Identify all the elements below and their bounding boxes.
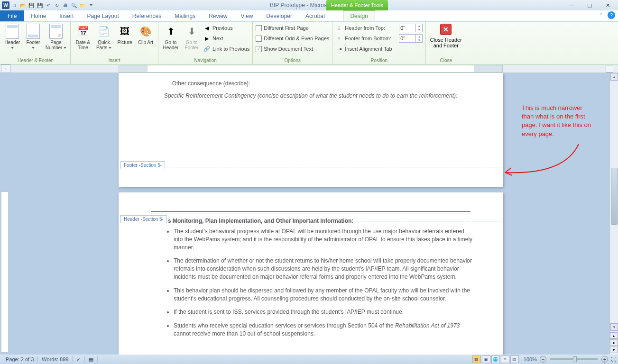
checkbox-icon <box>256 36 262 42</box>
qat-undo-icon[interactable]: ↶ <box>45 1 52 9</box>
vertical-scrollbar[interactable]: ▲ ▼ ▴ ● ▾ <box>609 73 618 355</box>
zoom-thumb[interactable] <box>573 356 577 362</box>
footer-icon <box>27 24 40 39</box>
group-header-footer: Header Footer # Page Number Header & Foo… <box>0 22 71 64</box>
tab-acrobat[interactable]: Acrobat <box>299 10 332 21</box>
date-time-button[interactable]: 📅 Date & Time <box>74 23 92 50</box>
zoom-level[interactable]: 100% <box>524 356 537 362</box>
next-button[interactable]: ▶Next <box>203 33 249 44</box>
qat-print-icon[interactable]: 🖶 <box>62 1 69 9</box>
checkbox-checked-icon: ✓ <box>256 46 262 52</box>
qat-redo-icon[interactable]: ↻ <box>53 1 61 9</box>
header-section-tag[interactable]: Header -Section 5- <box>120 215 167 223</box>
qat-dropdown-icon[interactable] <box>87 1 95 9</box>
header-from-top-spinner[interactable]: 0"▲▼ <box>399 24 423 32</box>
browse-object-buttons: ▴ ● ▾ <box>610 332 618 354</box>
group-label-insert: Insert <box>74 58 155 64</box>
insert-alignment-tab-button[interactable]: ⇥Insert Alignment Tab <box>335 44 423 54</box>
next-page-button[interactable]: ▾ <box>610 346 618 353</box>
tab-references[interactable]: References <box>126 10 168 21</box>
zoom-fit-button[interactable]: ⛶ <box>611 356 616 362</box>
word-app-icon[interactable]: W <box>2 1 9 9</box>
contextual-tools-label: Header & Footer Tools <box>326 0 388 10</box>
different-odd-even-checkbox[interactable]: Different Odd & Even Pages <box>256 33 329 44</box>
view-print-layout-button[interactable]: ▦ <box>472 355 481 363</box>
footer-from-bottom-spinner[interactable]: 0"▲▼ <box>399 34 423 43</box>
horizontal-ruler[interactable] <box>119 65 503 73</box>
clip-art-button[interactable]: 🎨 Clip Art <box>136 23 155 45</box>
goto-footer-icon: ⬇ <box>184 24 199 39</box>
status-page[interactable]: Page: 2 of 3 <box>2 356 38 362</box>
page-2: Header -Section 5- s Monitoring, Plan Im… <box>119 192 503 355</box>
group-label-header-footer: Header & Footer <box>3 58 67 64</box>
status-words[interactable]: Words: 899 <box>38 356 73 362</box>
view-web-button[interactable]: 🌐 <box>491 355 500 363</box>
qat-new-icon[interactable]: 🗋 <box>10 1 18 9</box>
tab-developer[interactable]: Developer <box>259 10 299 21</box>
qat-save-icon[interactable]: 💾 <box>28 1 35 9</box>
qat-open-icon[interactable]: 📂 <box>19 1 27 9</box>
close-window-button[interactable]: ✕ <box>602 1 613 9</box>
tab-insert[interactable]: Insert <box>53 10 80 21</box>
different-first-page-checkbox[interactable]: Different First Page <box>256 23 329 33</box>
scroll-thumb[interactable] <box>611 168 618 225</box>
goto-footer-button: ⬇ Go to Footer <box>182 23 201 50</box>
view-outline-button[interactable]: ≡ <box>501 355 509 363</box>
page-number-button[interactable]: # Page Number <box>45 23 67 50</box>
previous-button[interactable]: ◀Previous <box>203 23 249 33</box>
group-label-position: Position <box>335 58 423 64</box>
prev-page-button[interactable]: ▴ <box>610 332 618 339</box>
browse-object-button[interactable]: ● <box>610 339 618 346</box>
qat-open2-icon[interactable]: 📁 <box>79 1 86 9</box>
tab-mailings[interactable]: Mailings <box>168 10 202 21</box>
show-document-text-checkbox[interactable]: ✓Show Document Text <box>256 44 329 54</box>
tab-file[interactable]: File <box>0 10 24 21</box>
tab-review[interactable]: Review <box>202 10 234 21</box>
header-button[interactable]: Header <box>3 23 22 50</box>
align-tab-icon: ⇥ <box>335 45 343 53</box>
view-full-screen-button[interactable]: ▣ <box>482 355 490 363</box>
tab-page-layout[interactable]: Page Layout <box>80 10 125 21</box>
picture-button[interactable]: 🖼 Picture <box>115 23 134 45</box>
title-bar: W 🗋 📂 💾 💾 ↶ ↻ 🖶 🔍 📁 BIP Prototype - Micr… <box>0 0 618 10</box>
tab-selector[interactable]: L <box>1 64 10 73</box>
maximize-button[interactable]: ▢ <box>584 1 595 9</box>
ruler-row: L <box>0 64 618 73</box>
header-rule <box>151 211 470 213</box>
view-draft-button[interactable]: ▤ <box>510 355 519 363</box>
ribbon-minimize-icon[interactable]: ⌃ <box>597 11 605 19</box>
help-icon[interactable]: ? <box>608 11 615 19</box>
footer-button[interactable]: Footer <box>24 23 43 50</box>
header-top-icon: ⫶ <box>335 24 343 32</box>
checkbox-icon <box>256 25 262 31</box>
scroll-down-button[interactable]: ▼ <box>610 323 618 331</box>
group-label-navigation: Navigation <box>161 58 249 64</box>
scroll-up-button[interactable]: ▲ <box>610 73 618 81</box>
group-insert: 📅 Date & Time 📄 Quick Parts 🖼 Picture 🎨 … <box>71 22 158 64</box>
goto-header-button[interactable]: ⬆ Go to Header <box>161 23 180 50</box>
qat-preview-icon[interactable]: 🔍 <box>70 1 78 9</box>
close-header-footer-button[interactable]: ✕ Close Header and Footer <box>429 23 463 48</box>
zoom-in-button[interactable]: + <box>601 356 608 363</box>
status-bar: Page: 2 of 3 Words: 899 ✓ ▦ ▦ ▣ 🌐 ≡ ▤ 10… <box>0 355 618 364</box>
doc-heading: s Monitoring, Plan Implementation, and O… <box>168 217 353 225</box>
annotation-text: This is much narrower than what is on th… <box>522 104 607 138</box>
qat-saveas-icon[interactable]: 💾 <box>36 1 44 9</box>
tab-design[interactable]: Design <box>343 10 375 21</box>
doc-bullet-2: The determination of whether or not the … <box>174 257 474 281</box>
doc-line-2: Specific Reinforcement Contingency (conc… <box>164 92 457 100</box>
quick-parts-button[interactable]: 📄 Quick Parts <box>94 23 113 50</box>
footer-section-tag[interactable]: Footer -Section 5- <box>120 161 165 169</box>
minimize-button[interactable]: — <box>566 1 577 9</box>
status-proof-icon[interactable]: ✓ <box>73 356 85 363</box>
zoom-out-button[interactable]: − <box>540 356 546 363</box>
ribbon: Header Footer # Page Number Header & Foo… <box>0 22 618 64</box>
vertical-ruler[interactable] <box>1 191 9 353</box>
tab-home[interactable]: Home <box>24 10 53 21</box>
link-previous-button[interactable]: 🔗Link to Previous <box>203 44 249 54</box>
page-number-icon: # <box>49 24 63 39</box>
status-macro-icon[interactable]: ▦ <box>85 356 98 363</box>
zoom-slider[interactable] <box>550 358 598 360</box>
ruler-toggle-button[interactable] <box>606 65 613 73</box>
tab-view[interactable]: View <box>234 10 260 21</box>
